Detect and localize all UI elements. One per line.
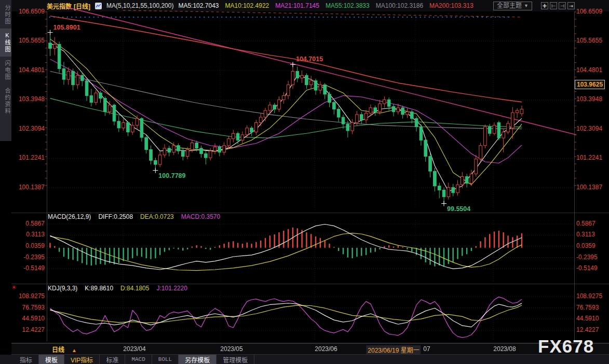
kdj-axis-label: 76.7593: [0, 304, 45, 311]
date-tick-label: 07: [423, 345, 430, 353]
date-tick-label: 2023/06/19 星期一: [366, 345, 421, 354]
macd-axis-label: 0.3113: [0, 231, 45, 238]
price-axis-label: 101.2241: [0, 154, 45, 161]
macd-panel: [50, 225, 522, 271]
price-axis-label: 103.3948: [0, 95, 45, 103]
period-label: [日线]: [74, 2, 90, 10]
date-axis-row: 日线▲ 2023/042023/052023/062023/06/19 星期一0…: [11, 343, 609, 355]
candles-layer: [49, 33, 523, 204]
kdj-title: KDJ(9,3,3): [48, 285, 77, 292]
price-axis-label: 103.3948: [576, 95, 602, 103]
svg-text:104.7015: 104.7015: [296, 55, 323, 63]
macd-axis-label: -0.2395: [0, 254, 45, 261]
kdj-panel: [50, 297, 522, 338]
watermark-logo: FX678: [538, 336, 594, 357]
ma-settings-label: MA(5,10,21,55,100,200): [106, 2, 173, 9]
macd-axis-label: -0.5149: [576, 264, 598, 272]
price-axis-label: 100.1387: [576, 184, 602, 191]
price-axis-label: 105.5655: [0, 37, 45, 44]
ma-value-label: MA55:102.3833: [326, 2, 370, 9]
date-tick-label: 2023/04: [123, 345, 145, 353]
price-axis-label: 102.3094: [576, 125, 602, 132]
kdj-d-value: D:84.1805: [120, 285, 149, 292]
theme-dropdown-button[interactable]: 全部主题 ▼: [493, 2, 532, 10]
macd-macd-value: MACD:0.3570: [181, 213, 220, 220]
macd-axis-label: -0.5149: [0, 264, 45, 272]
macd-diff-value: DIFF:0.2508: [98, 213, 133, 220]
kdj-axis-label: 76.7593: [576, 304, 599, 311]
kdj-k-value: K:89.8610: [85, 285, 113, 292]
price-axis-label: 104.4801: [576, 66, 602, 74]
macd-dea-value: DEA:0.0723: [140, 213, 174, 220]
date-tick-label: 2023/08: [493, 345, 516, 353]
toolbar-item-管理模板[interactable]: 管理模板: [216, 355, 254, 364]
toolbar-item-模板[interactable]: 模板: [39, 355, 64, 364]
reference-lines: [49, 7, 576, 135]
ma-value-label: MA100:102.3186: [376, 2, 423, 9]
toolbar-item-MACD[interactable]: MACD: [125, 355, 152, 364]
kdj-axis-label: 44.5910: [0, 315, 45, 322]
svg-text:100.7789: 100.7789: [158, 172, 185, 179]
kdj-header: KDJ(9,3,3) K:89.8610 D:84.1805 J:101.222…: [48, 285, 187, 292]
macd-axis-label: -0.2395: [576, 254, 598, 261]
price-axis-label: 101.2241: [576, 154, 602, 161]
price-axis-ticks: [45, 12, 576, 186]
toolbar-item-指标[interactable]: 指标: [13, 355, 39, 364]
kdj-j-value: J:101.2220: [156, 285, 187, 292]
macd-axis-label: 0.0359: [0, 242, 45, 249]
price-axis-label: 106.6509: [576, 8, 602, 15]
macd-axis-label: 0.5867: [0, 220, 45, 227]
toolbar-item-另存模板[interactable]: 另存模板: [179, 355, 216, 364]
axis-left-icon[interactable]: ⊢: [550, 2, 557, 9]
price-axis-label: 100.1387: [0, 184, 45, 191]
ma-value-label: MA5:102.7043: [178, 2, 219, 9]
chevron-down-icon: ▼: [524, 2, 529, 10]
kline-icon: [95, 3, 102, 9]
theme-dropdown-label: 全部主题: [497, 2, 522, 10]
macd-header: MACD(26,12,9) DIFF:0.2508 DEA:0.0723 MAC…: [48, 213, 220, 220]
chart-canvas[interactable]: 105.8901104.7015100.778999.5504: [0, 0, 609, 364]
date-tick-label: 2023/05: [220, 345, 242, 353]
symbol-title: 美元指数: [47, 2, 72, 10]
macd-axis-label: 0.5867: [576, 220, 596, 227]
period-selector[interactable]: 日线▲: [52, 345, 77, 354]
kdj-axis-label: 108.9275: [0, 292, 45, 300]
svg-text:99.5504: 99.5504: [447, 205, 470, 213]
panel-frame: [0, 12, 609, 355]
chart-header: 美元指数 [日线] MA(5,10,21,55,100,200) MA5:102…: [11, 0, 609, 11]
kdj-axis-label: 44.5910: [576, 315, 599, 322]
price-annotations: 105.8901104.7015100.778999.5504: [48, 24, 471, 213]
price-axis-label: 106.6509: [0, 8, 45, 15]
trading-app-window: 分时图K线图闪电图合约资料 美元指数 [日线] MA(5,10,21,55,10…: [0, 0, 609, 364]
sort-up-icon: ▲: [72, 347, 77, 353]
kdj-axis-label: 12.4227: [576, 326, 599, 333]
ma-value-label: MA200:103.313: [429, 2, 473, 9]
current-price-badge: 103.9625: [575, 80, 605, 89]
axis-right-icon[interactable]: ⊣: [559, 2, 566, 9]
price-axis-label: 102.3094: [0, 125, 45, 132]
svg-text:105.8901: 105.8901: [53, 24, 80, 31]
toolbar-item-BOLL[interactable]: BOLL: [152, 355, 179, 364]
price-axis-label: 104.4801: [0, 66, 45, 74]
period-selector-label: 日线: [52, 346, 64, 354]
kdj-axis-label: 12.4227: [0, 326, 45, 333]
window-icon-buttons: ✚⊢⊣⇥: [541, 2, 575, 9]
bottom-toolbar: 指标模板VIP指标标准MACDBOLL另存模板管理模板: [0, 355, 609, 364]
pan-icon[interactable]: ✚: [541, 2, 548, 9]
ma-value-label: MA21:101.7145: [275, 2, 319, 9]
shift-right-icon[interactable]: ⇥: [567, 2, 575, 9]
date-tick-label: 2023/06: [315, 345, 337, 353]
kdj-axis-label: 108.9275: [576, 292, 602, 300]
ma-values: MA5:102.7043MA10:102.4922MA21:101.7145MA…: [178, 2, 473, 9]
macd-title: MACD(26,12,9): [48, 213, 91, 220]
toolbar-item-标准[interactable]: 标准: [100, 355, 125, 364]
macd-axis-label: 0.3113: [576, 231, 595, 238]
ma-overlays: [50, 16, 522, 191]
macd-axis-label: 0.0359: [576, 242, 596, 249]
price-axis-label: 105.5655: [576, 37, 602, 44]
kdj-panel-marker-icon: ✳: [11, 284, 16, 291]
toolbar-item-VIP指标[interactable]: VIP指标: [64, 355, 100, 364]
ma-value-label: MA10:102.4922: [225, 2, 269, 9]
